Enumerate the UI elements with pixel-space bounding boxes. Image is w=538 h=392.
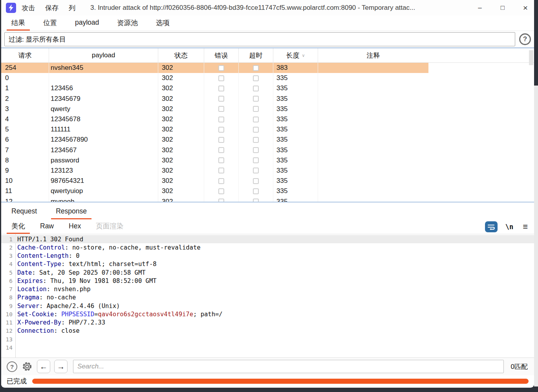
cell-comment — [318, 83, 428, 93]
cell-comment — [318, 73, 428, 83]
timeout-checkbox[interactable] — [253, 188, 259, 194]
timeout-checkbox[interactable] — [253, 178, 259, 184]
table-row[interactable]: 9123123302335 — [1, 166, 428, 176]
timeout-checkbox-cell — [239, 104, 273, 114]
hamburger-menu-icon[interactable]: ≡ — [521, 222, 529, 232]
column-header-5[interactable]: 长度∨ — [273, 48, 318, 62]
close-icon[interactable]: × — [521, 3, 530, 13]
timeout-checkbox-cell — [239, 124, 273, 135]
timeout-checkbox[interactable] — [253, 157, 259, 163]
timeout-checkbox-cell — [239, 176, 273, 186]
table-row[interactable]: 12mynoob302335 — [1, 196, 428, 202]
timeout-checkbox[interactable] — [253, 168, 259, 173]
cell-status: 302 — [158, 63, 204, 73]
word-wrap-icon[interactable] — [485, 221, 498, 232]
error-checkbox[interactable] — [218, 75, 224, 81]
error-checkbox[interactable] — [218, 188, 224, 194]
response-line: 9Server: Apache/2.4.46 (Unix) — [1, 302, 534, 310]
error-checkbox[interactable] — [218, 147, 224, 153]
filter-bar[interactable]: 过滤: 显示所有条目 — [4, 32, 515, 46]
table-row[interactable]: 5111111302335 — [1, 124, 428, 135]
error-checkbox[interactable] — [218, 199, 224, 202]
tab-结果[interactable]: 结果 — [7, 16, 30, 31]
view-tab-页面渲染: 页面渲染 — [91, 219, 128, 234]
timeout-checkbox[interactable] — [253, 75, 259, 81]
error-checkbox[interactable] — [218, 96, 224, 102]
timeout-checkbox[interactable] — [253, 199, 259, 202]
error-checkbox[interactable] — [218, 117, 224, 122]
tab-request[interactable]: Request — [7, 204, 42, 219]
cell-request: 9 — [1, 166, 49, 176]
tab-选项[interactable]: 选项 — [151, 16, 174, 31]
timeout-checkbox[interactable] — [253, 96, 259, 102]
table-row[interactable]: 11qwertyuiop302335 — [1, 186, 428, 196]
cell-length: 335 — [273, 114, 318, 124]
cell-payload: 12345678 — [49, 114, 158, 124]
prev-match-button[interactable]: ← — [37, 360, 50, 373]
error-checkbox[interactable] — [218, 137, 224, 143]
column-header-6[interactable]: 注释 — [318, 48, 428, 62]
search-help-icon[interactable]: ? — [7, 361, 17, 372]
cell-status: 302 — [158, 104, 204, 114]
error-checkbox[interactable] — [218, 157, 224, 163]
menu-columns[interactable]: 列 — [69, 4, 75, 13]
timeout-checkbox[interactable] — [253, 117, 259, 122]
timeout-checkbox[interactable] — [253, 106, 259, 112]
table-row[interactable]: 212345679302335 — [1, 94, 428, 104]
column-header-1[interactable]: payload — [49, 48, 158, 62]
line-number: 6 — [1, 278, 15, 284]
table-row[interactable]: 254nvshen345302383 — [1, 63, 428, 73]
search-input[interactable] — [73, 360, 504, 373]
tab-payload[interactable]: payload — [70, 16, 104, 31]
view-tab-raw[interactable]: Raw — [35, 219, 59, 234]
table-row[interactable]: 10987654321302335 — [1, 176, 428, 186]
cell-comment — [318, 196, 428, 202]
cell-request: 4 — [1, 114, 49, 124]
column-header-2[interactable]: 状态 — [158, 48, 204, 62]
cell-request: 12 — [1, 196, 49, 202]
line-number: 3 — [1, 253, 15, 259]
timeout-checkbox[interactable] — [253, 65, 259, 71]
timeout-checkbox[interactable] — [253, 127, 259, 133]
cell-comment — [318, 104, 428, 114]
match-count: 0匹配 — [511, 362, 528, 371]
error-checkbox[interactable] — [218, 178, 224, 184]
panel-splitter[interactable] — [1, 202, 534, 204]
timeout-checkbox[interactable] — [253, 86, 259, 91]
help-icon[interactable]: ? — [519, 33, 531, 45]
table-row[interactable]: 1123456302335 — [1, 83, 428, 93]
gear-icon[interactable] — [21, 361, 33, 372]
view-tab-hex[interactable]: Hex — [64, 219, 86, 234]
maximize-icon[interactable]: □ — [498, 4, 507, 12]
cell-status: 302 — [158, 114, 204, 124]
tab-位置[interactable]: 位置 — [38, 16, 62, 31]
cell-status: 302 — [158, 135, 204, 145]
table-row[interactable]: 0302335 — [1, 73, 428, 83]
view-tab-美化[interactable]: 美化 — [7, 219, 30, 234]
vertical-scrollbar[interactable] — [529, 50, 533, 65]
column-header-3[interactable]: 错误 — [204, 48, 239, 62]
response-editor[interactable]: 1HTTP/1.1 302 Found2Cache-Control: no-st… — [1, 234, 534, 357]
error-checkbox[interactable] — [218, 65, 224, 71]
menu-attack[interactable]: 攻击 — [22, 4, 35, 13]
tab-资源池[interactable]: 资源池 — [112, 16, 143, 31]
column-header-4[interactable]: 超时 — [239, 48, 273, 62]
newline-toggle-icon[interactable]: \n — [503, 223, 516, 231]
error-checkbox[interactable] — [218, 106, 224, 112]
error-checkbox[interactable] — [218, 168, 224, 173]
table-row[interactable]: 71234567302335 — [1, 145, 428, 155]
column-header-0[interactable]: 请求 — [1, 48, 49, 62]
tab-response[interactable]: Response — [51, 204, 91, 219]
error-checkbox[interactable] — [218, 86, 224, 91]
cell-status: 302 — [158, 196, 204, 202]
table-row[interactable]: 61234567890302335 — [1, 135, 428, 145]
error-checkbox[interactable] — [218, 127, 224, 133]
timeout-checkbox[interactable] — [253, 147, 259, 153]
minimize-icon[interactable]: – — [475, 4, 485, 12]
table-row[interactable]: 8password302335 — [1, 155, 428, 166]
timeout-checkbox[interactable] — [253, 137, 259, 143]
next-match-button[interactable]: → — [54, 360, 68, 373]
table-row[interactable]: 3qwerty302335 — [1, 104, 428, 114]
menu-save[interactable]: 保存 — [45, 4, 59, 13]
table-row[interactable]: 412345678302335 — [1, 114, 428, 124]
